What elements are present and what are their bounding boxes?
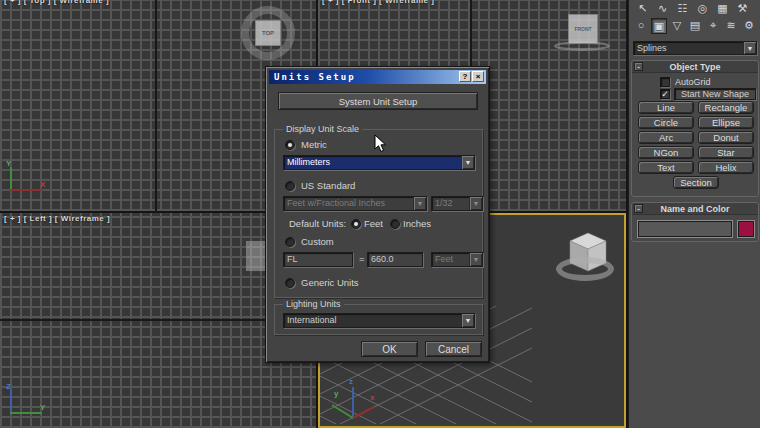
help-button[interactable]: ? (459, 71, 471, 82)
application-window: [ + ] [ Top ] [ Wireframe ] TOP Y X [ + … (0, 0, 760, 428)
generic-units-radio[interactable] (285, 278, 295, 288)
axis-y-label: y (334, 389, 338, 398)
metric-label: Metric (301, 139, 327, 150)
axis-x-label: x (370, 393, 374, 402)
systems-icon[interactable]: ⚙ (741, 18, 757, 34)
collapse-icon[interactable]: - (634, 62, 643, 71)
ok-button[interactable]: OK (361, 341, 418, 357)
group-label: Display Unit Scale (283, 124, 362, 134)
default-inches-label: Inches (403, 218, 431, 229)
world-axis-line (155, 0, 157, 211)
cancel-button[interactable]: Cancel (425, 341, 482, 357)
start-new-shape-checkbox[interactable]: ✓ (660, 89, 670, 99)
axis-tripod-perspective: z y x (322, 381, 382, 427)
us-standard-radio[interactable] (285, 181, 295, 191)
object-color-swatch[interactable] (738, 221, 754, 237)
generic-units-label: Generic Units (301, 277, 359, 288)
display-unit-scale-group: Display Unit Scale Metric Millimeters ▼ … (274, 129, 483, 298)
arc-button[interactable]: Arc (638, 131, 694, 144)
line-button[interactable]: Line (638, 101, 694, 114)
dialog-titlebar[interactable]: Units Setup (269, 70, 486, 84)
default-inches-radio[interactable] (390, 219, 400, 229)
text-button[interactable]: Text (638, 161, 694, 174)
donut-button[interactable]: Donut (698, 131, 754, 144)
geometry-icon[interactable]: ○ (633, 18, 649, 34)
chevron-down-icon[interactable]: ▼ (743, 42, 756, 54)
viewcube-front-face[interactable]: FRONT (568, 14, 598, 44)
shape-category-dropdown[interactable]: Splines ▼ (633, 41, 757, 55)
us-units-dropdown: Feet w/Fractional Inches ▼ (283, 196, 427, 211)
shapes-icon[interactable]: ▣ (651, 18, 667, 34)
us-fraction-dropdown: 1/32 ▼ (431, 196, 483, 211)
lighting-units-dropdown[interactable]: International ▼ (283, 313, 475, 328)
utilities-tab-icon[interactable]: ⚒ (734, 1, 751, 15)
mouse-cursor (374, 134, 387, 153)
chevron-down-icon: ▼ (413, 197, 426, 210)
motion-tab-icon[interactable]: ◎ (694, 1, 711, 15)
lighting-units-value: International (284, 314, 461, 327)
viewcube-ring[interactable] (556, 257, 614, 281)
section-button[interactable]: Section (673, 176, 719, 189)
ngon-button[interactable]: NGon (638, 146, 694, 159)
us-standard-label: US Standard (301, 180, 355, 191)
object-type-header[interactable]: - Object Type (632, 61, 758, 73)
name-and-color-header[interactable]: - Name and Color (632, 203, 758, 215)
command-panel-tabs: ↖ ∿ ☷ ◎ ▦ ⚒ (631, 0, 751, 16)
rectangle-button[interactable]: Rectangle (698, 101, 754, 114)
circle-button[interactable]: Circle (638, 116, 694, 129)
viewcube-top-face[interactable]: TOP (255, 20, 281, 46)
metric-units-dropdown[interactable]: Millimeters ▼ (283, 155, 475, 170)
helix-button[interactable]: Helix (698, 161, 754, 174)
start-new-shape-button[interactable]: Start New Shape (674, 88, 756, 100)
system-unit-setup-button[interactable]: System Unit Setup (278, 92, 478, 110)
display-tab-icon[interactable]: ▦ (714, 1, 731, 15)
star-button[interactable]: Star (698, 146, 754, 159)
modify-tab-icon[interactable]: ∿ (654, 1, 671, 15)
axis-tripod-left: Z Y (6, 385, 46, 425)
space-warps-icon[interactable]: ≋ (723, 18, 739, 34)
chevron-down-icon[interactable]: ▼ (461, 314, 474, 327)
group-label: Lighting Units (283, 299, 344, 309)
custom-unit-dropdown: Feet ▼ (431, 252, 483, 267)
collapse-icon[interactable]: - (634, 204, 643, 213)
units-setup-dialog: Units Setup ? × System Unit Setup Displa… (265, 66, 490, 363)
helpers-icon[interactable]: ⌖ (705, 18, 721, 34)
shape-category-value: Splines (634, 42, 743, 54)
viewport-left-label[interactable]: [ + ] [ Left ] [ Wireframe ] (4, 214, 110, 223)
default-feet-label: Feet (364, 218, 383, 229)
rollout-title: Name and Color (660, 204, 729, 214)
viewport-front-label[interactable]: [ + ] [ Front ] [ Wireframe ] (322, 0, 434, 5)
equals-sign: = (359, 253, 365, 264)
object-name-field[interactable] (638, 221, 732, 237)
chevron-down-icon: ▼ (469, 253, 482, 266)
hierarchy-tab-icon[interactable]: ☷ (674, 1, 691, 15)
axis-y-label: Y (40, 403, 45, 412)
custom-name-field[interactable]: FL (283, 252, 353, 267)
custom-unit-value: Feet (432, 253, 469, 266)
chevron-down-icon: ▼ (469, 197, 482, 210)
cameras-icon[interactable]: ▤ (687, 18, 703, 34)
custom-radio[interactable] (285, 237, 295, 247)
custom-value-field[interactable]: 660.0 (367, 252, 423, 267)
us-units-value: Feet w/Fractional Inches (284, 197, 413, 210)
shape-buttons: Line Rectangle Circle Ellipse Arc Donut … (636, 101, 756, 189)
autogrid-checkbox[interactable] (660, 77, 670, 87)
axis-tripod-top: Y X (6, 162, 46, 202)
object-type-rollout: - Object Type AutoGrid ✓ Start New Shape… (631, 60, 759, 197)
lights-icon[interactable]: ▽ (669, 18, 685, 34)
chevron-down-icon[interactable]: ▼ (461, 156, 474, 169)
metric-radio[interactable] (285, 140, 295, 150)
us-fraction-value: 1/32 (432, 197, 469, 210)
lighting-units-group: Lighting Units International ▼ (274, 304, 483, 335)
create-tab-icon[interactable]: ↖ (634, 1, 651, 15)
command-panel: ↖ ∿ ☷ ◎ ▦ ⚒ ○ ▣ ▽ ▤ ⌖ ≋ ⚙ Splines ▼ - Ob… (628, 0, 760, 428)
autogrid-label: AutoGrid (675, 77, 711, 87)
close-button[interactable]: × (472, 71, 484, 82)
rollout-title: Object Type (670, 62, 721, 72)
viewport-top-label[interactable]: [ + ] [ Top ] [ Wireframe ] (4, 0, 109, 5)
default-feet-radio[interactable] (351, 219, 361, 229)
custom-label: Custom (301, 236, 334, 247)
ellipse-button[interactable]: Ellipse (698, 116, 754, 129)
default-units-label: Default Units: (289, 218, 346, 229)
create-category-row: ○ ▣ ▽ ▤ ⌖ ≋ ⚙ (631, 18, 757, 38)
